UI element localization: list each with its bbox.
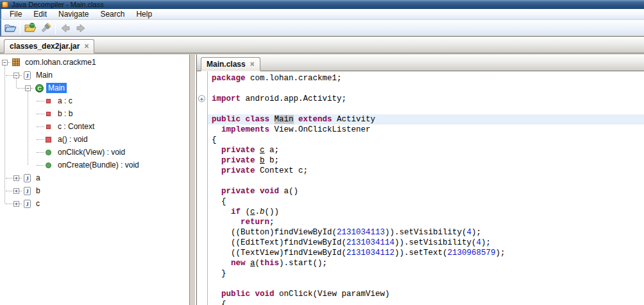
- tab-label: Main.class: [207, 60, 246, 69]
- code-text: private c a;: [207, 145, 644, 155]
- tree-item-a-void[interactable]: a() : void: [0, 133, 189, 146]
- forward-button[interactable]: [73, 21, 89, 35]
- field-icon: [46, 125, 51, 129]
- code-line-20[interactable]: }: [197, 268, 644, 279]
- tree-connector: [17, 88, 25, 89]
- code-line-9[interactable]: private b b;: [197, 155, 644, 166]
- code-text: new a(this).start();: [207, 258, 644, 268]
- code-text: if (c.b()): [207, 207, 644, 217]
- code-text: [207, 176, 644, 186]
- code-line-4[interactable]: [197, 104, 644, 114]
- tree-item-c-context[interactable]: c : Context: [0, 120, 189, 133]
- back-button[interactable]: [58, 21, 73, 35]
- code-text: package com.lohan.crackme1;: [207, 73, 644, 83]
- search-button[interactable]: [38, 21, 53, 35]
- code-line-17[interactable]: ((EditText)findViewById(2131034114)).set…: [197, 238, 644, 248]
- open-type-button[interactable]: [22, 21, 38, 35]
- menu-navigate[interactable]: Navigate: [53, 9, 94, 19]
- code-line-15[interactable]: return;: [197, 217, 644, 227]
- tree-item-label: c: [34, 198, 42, 209]
- tree-connector: [37, 114, 44, 114]
- code-line-6[interactable]: implements View.OnClickListener: [197, 125, 644, 135]
- code-line-11[interactable]: [197, 176, 644, 186]
- tree-item-b[interactable]: +Jb: [0, 184, 189, 197]
- gutter-cell: [197, 145, 207, 155]
- class-icon: C: [35, 84, 44, 92]
- gutter-cell: [197, 289, 207, 299]
- code-line-12[interactable]: private void a(): [197, 186, 644, 196]
- tree-connector: [37, 152, 44, 153]
- gutter-separator: [207, 71, 208, 305]
- gutter-cell: [197, 207, 207, 217]
- code-line-21[interactable]: [197, 279, 644, 289]
- code-text: ((EditText)findViewById(2131034114)).set…: [207, 238, 644, 248]
- tree-connector: [37, 165, 44, 166]
- code-line-13[interactable]: {: [197, 196, 644, 207]
- gutter-cell: [197, 104, 207, 114]
- code-line-3[interactable]: +import android.app.Activity;: [197, 94, 644, 104]
- code-line-14[interactable]: if (c.b()): [197, 207, 644, 217]
- tab-main-class[interactable]: Main.class ×: [201, 57, 260, 71]
- tree-item-a-c[interactable]: a : c: [0, 94, 189, 107]
- tree-connector: [37, 101, 44, 101]
- code-text: implements View.OnClickListener: [207, 125, 644, 135]
- code-line-18[interactable]: ((TextView)findViewById(2131034112)).set…: [197, 248, 644, 258]
- close-tab-icon[interactable]: ×: [84, 43, 89, 49]
- tree-item-c[interactable]: +Jc: [0, 197, 189, 210]
- code-line-2[interactable]: [197, 83, 644, 94]
- tree-item-oncreate-bundle-void[interactable]: onCreate(Bundle) : void: [0, 159, 189, 171]
- tree-item-label: com.lohan.crackme1: [23, 57, 98, 67]
- tree-connector: [6, 75, 13, 76]
- expand-handle-icon[interactable]: +: [13, 175, 19, 181]
- collapse-handle-icon[interactable]: −: [2, 60, 8, 65]
- collapse-handle-icon[interactable]: −: [13, 73, 19, 78]
- close-tab-icon[interactable]: ×: [250, 61, 255, 67]
- gutter-cell: [197, 248, 207, 258]
- menu-help[interactable]: Help: [130, 9, 158, 19]
- menu-file[interactable]: File: [4, 9, 28, 19]
- code-line-23[interactable]: {: [197, 299, 644, 305]
- code-line-5[interactable]: public class Main extends Activity: [197, 114, 644, 125]
- code-line-10[interactable]: private Context c;: [197, 166, 644, 176]
- code-line-22[interactable]: public void onClick(View paramView): [197, 289, 644, 299]
- code-text: private Context c;: [207, 166, 644, 176]
- package-icon: [12, 58, 20, 66]
- code-text: import android.app.Activity;: [207, 94, 644, 104]
- menu-edit[interactable]: Edit: [28, 9, 53, 19]
- code-line-1[interactable]: package com.lohan.crackme1;: [197, 73, 644, 83]
- java-icon: J: [24, 200, 31, 208]
- tree-item-main[interactable]: −JMain: [0, 69, 189, 82]
- tree-item-onclick-view-void[interactable]: onClick(View) : void: [0, 146, 189, 159]
- code-text: {: [207, 135, 644, 145]
- code-line-8[interactable]: private c a;: [197, 145, 644, 155]
- tree-item-b-b[interactable]: b : b: [0, 107, 189, 120]
- tree-item-main[interactable]: −CMain: [0, 82, 189, 94]
- tree-connector: [6, 191, 13, 191]
- java-icon: J: [24, 71, 31, 80]
- menu-search[interactable]: Search: [94, 9, 130, 19]
- expand-handle-icon[interactable]: +: [13, 188, 19, 194]
- tree-item-label: a() : void: [56, 134, 90, 144]
- collapse-handle-icon[interactable]: −: [25, 85, 31, 91]
- fold-toggle-icon[interactable]: +: [198, 95, 205, 102]
- tab-classes-dex2jar-jar[interactable]: classes_dex2jar.jar ×: [4, 39, 94, 53]
- title-bar[interactable]: Java Decompiler - Main.class: [0, 0, 644, 9]
- open-file-button[interactable]: [3, 21, 18, 35]
- code-line-16[interactable]: ((Button)findViewById(2131034113)).setVi…: [197, 227, 644, 238]
- back-arrow-icon: [60, 23, 71, 33]
- tree-item-com-lohan-crackme1[interactable]: −com.lohan.crackme1: [0, 56, 189, 69]
- code-line-7[interactable]: {: [197, 135, 644, 145]
- code-area[interactable]: package com.lohan.crackme1;+import andro…: [197, 71, 644, 305]
- expand-handle-icon[interactable]: +: [13, 201, 19, 207]
- toolbar-separator: [55, 22, 56, 34]
- method-public-icon: [46, 162, 51, 168]
- field-icon: [46, 99, 51, 103]
- app-icon: [2, 1, 8, 8]
- tree-item-a[interactable]: +Ja: [0, 171, 189, 184]
- tree-connector: [19, 75, 22, 76]
- method-private-icon: [46, 137, 51, 143]
- search-flashlight-icon: [40, 22, 51, 34]
- code-line-19[interactable]: new a(this).start();: [197, 258, 644, 268]
- code-text: }: [207, 268, 644, 279]
- gutter-cell: [197, 155, 207, 166]
